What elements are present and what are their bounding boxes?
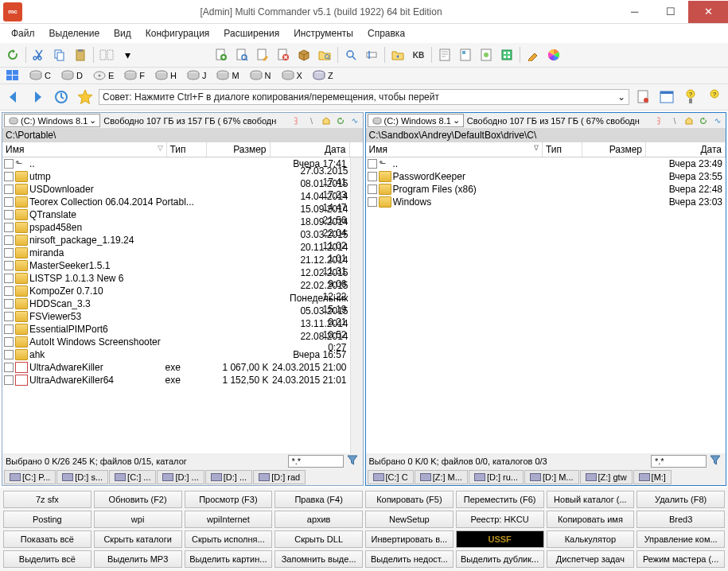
cmd-button[interactable]: Реестр: HKCU — [456, 511, 544, 528]
cmd-button[interactable]: Bred3 — [637, 511, 725, 528]
panel-tab[interactable]: [D:] ru... — [469, 470, 524, 484]
drive-f[interactable]: F — [120, 69, 148, 82]
panel-tab[interactable]: [C:] P... — [4, 470, 56, 484]
file-row[interactable]: ⬑ .. Вчера 23:49 — [366, 157, 726, 170]
kb-icon[interactable]: KB — [409, 45, 428, 64]
doc3-icon[interactable] — [477, 45, 496, 64]
right-col-size[interactable]: Размер — [582, 142, 646, 157]
right-file-list[interactable]: ⬑ .. Вчера 23:49 PasswordKeeper Вчера 23… — [366, 157, 726, 453]
right-filter-input[interactable] — [651, 455, 707, 468]
left-tree-icon[interactable] — [291, 115, 304, 127]
right-col-name[interactable]: Имя∇ — [366, 142, 543, 157]
cmd-button[interactable]: Скрыть исполня... — [185, 530, 273, 548]
file-view-icon[interactable] — [232, 45, 251, 64]
cmd-button[interactable]: Переместить (F6) — [456, 491, 544, 508]
row-checkbox[interactable] — [4, 312, 14, 321]
dropdown-arrow-icon[interactable]: ▾ — [118, 45, 137, 64]
maximize-button[interactable]: ☐ — [652, 1, 688, 23]
cmd-button[interactable]: Выделить MP3 — [94, 550, 182, 568]
row-checkbox[interactable] — [4, 337, 14, 347]
row-checkbox[interactable] — [4, 248, 14, 258]
favorites-button[interactable] — [75, 87, 95, 107]
row-checkbox[interactable] — [368, 172, 377, 181]
cmd-button[interactable]: Posting — [3, 511, 91, 528]
cmd-button[interactable]: Запомнить выде... — [274, 550, 363, 568]
row-checkbox[interactable] — [4, 210, 14, 219]
row-checkbox[interactable] — [4, 350, 14, 359]
windows-icon[interactable] — [3, 69, 22, 82]
left-funnel-icon[interactable] — [347, 455, 360, 468]
row-checkbox[interactable] — [368, 197, 377, 207]
row-checkbox[interactable] — [4, 324, 14, 334]
row-checkbox[interactable] — [4, 299, 14, 309]
folder-nav-icon[interactable] — [388, 45, 407, 64]
left-link-icon[interactable] — [348, 115, 361, 127]
panel-tab[interactable]: [D:] ... — [157, 470, 204, 484]
cmd-button[interactable]: Показать всё — [3, 530, 91, 548]
file-row[interactable]: UltraAdwareKiller64 exe 1 152,50 K 24.03… — [2, 374, 350, 386]
cmd-button[interactable]: Выделить картин... — [185, 550, 273, 568]
right-up-icon[interactable]: \ — [668, 115, 681, 127]
left-home-icon[interactable] — [320, 115, 333, 127]
cmd-button[interactable]: Обновить (F2) — [94, 491, 182, 508]
cmd-button[interactable]: Удалить (F8) — [637, 491, 725, 508]
row-checkbox[interactable] — [4, 223, 14, 232]
file-delete-icon[interactable] — [274, 45, 293, 64]
folder-search-icon[interactable] — [315, 45, 334, 64]
left-file-list[interactable]: ⬑ .. Вчера 17:41 utmp 27.03.2015 17:41 U… — [2, 157, 350, 453]
right-col-date[interactable]: Дата — [646, 142, 726, 157]
panel-tool-icon[interactable] — [656, 87, 677, 107]
file-row[interactable]: PasswordKeeper Вчера 23:55 — [366, 170, 726, 183]
cmd-button[interactable]: Правка (F4) — [274, 491, 363, 508]
brush-icon[interactable] — [524, 45, 543, 64]
row-checkbox[interactable] — [4, 159, 14, 169]
left-scrollbar[interactable] — [350, 157, 363, 453]
left-filter-input[interactable] — [288, 455, 344, 468]
row-checkbox[interactable] — [4, 172, 14, 181]
right-link-icon[interactable] — [711, 115, 724, 127]
row-checkbox[interactable] — [4, 274, 14, 283]
menu-file[interactable]: Файл — [5, 26, 41, 41]
minimize-button[interactable]: ─ — [617, 1, 652, 23]
cmd-button[interactable]: Диспетчер задач — [547, 550, 635, 568]
left-col-date[interactable]: Дата — [271, 142, 350, 157]
right-funnel-icon[interactable] — [710, 455, 722, 468]
cmd-button[interactable]: архив — [274, 511, 363, 528]
drive-c[interactable]: C — [25, 69, 54, 82]
drive-m[interactable]: M — [212, 69, 242, 82]
right-col-ext[interactable]: Тип — [543, 142, 582, 157]
drive-e[interactable]: E — [89, 69, 117, 82]
drive-x[interactable]: X — [278, 69, 306, 82]
file-row[interactable]: Windows Вчера 23:03 — [366, 196, 726, 208]
file-row[interactable]: AutoIt Windows Screenshooter 22.08.2014 … — [2, 336, 350, 348]
panel-tab[interactable]: [Z:] gtw — [580, 470, 633, 484]
right-home-icon[interactable] — [683, 115, 695, 127]
help2-icon[interactable]: ? — [704, 87, 725, 107]
menu-selection[interactable]: Выделение — [43, 26, 107, 41]
drive-n[interactable]: N — [246, 69, 274, 82]
panel-tab[interactable]: [D:] rad — [253, 470, 306, 484]
registry-icon[interactable] — [497, 45, 516, 64]
row-checkbox[interactable] — [4, 286, 14, 296]
row-checkbox[interactable] — [4, 235, 14, 245]
panel-tab[interactable]: [Z:] M... — [415, 470, 468, 484]
cmd-button[interactable]: Скрыть каталоги — [94, 530, 182, 548]
row-checkbox[interactable] — [4, 375, 14, 385]
cmd-button[interactable]: NewSetup — [365, 511, 454, 528]
left-drive-selector[interactable]: (C:) Windows 8.1 ⌄ — [4, 114, 100, 127]
paste-icon[interactable] — [71, 45, 90, 64]
copy-icon[interactable] — [50, 45, 69, 64]
left-path[interactable]: C:\Portable\ — [2, 128, 363, 142]
drive-z[interactable]: Z — [309, 69, 337, 82]
layout-icon[interactable] — [97, 45, 116, 64]
left-refresh-icon[interactable] — [334, 115, 347, 127]
right-drive-selector[interactable]: (C:) Windows 8.1 ⌄ — [368, 114, 464, 127]
help1-icon[interactable]: ? — [680, 87, 701, 107]
back-button[interactable] — [3, 87, 24, 107]
row-checkbox[interactable] — [368, 159, 377, 169]
cmd-button[interactable]: Новый каталог (... — [547, 491, 635, 508]
doc1-icon[interactable] — [435, 45, 454, 64]
file-row[interactable]: UltraAdwareKiller exe 1 067,00 K 24.03.2… — [2, 361, 350, 374]
file-add-icon[interactable] — [212, 45, 231, 64]
row-checkbox[interactable] — [4, 261, 14, 270]
